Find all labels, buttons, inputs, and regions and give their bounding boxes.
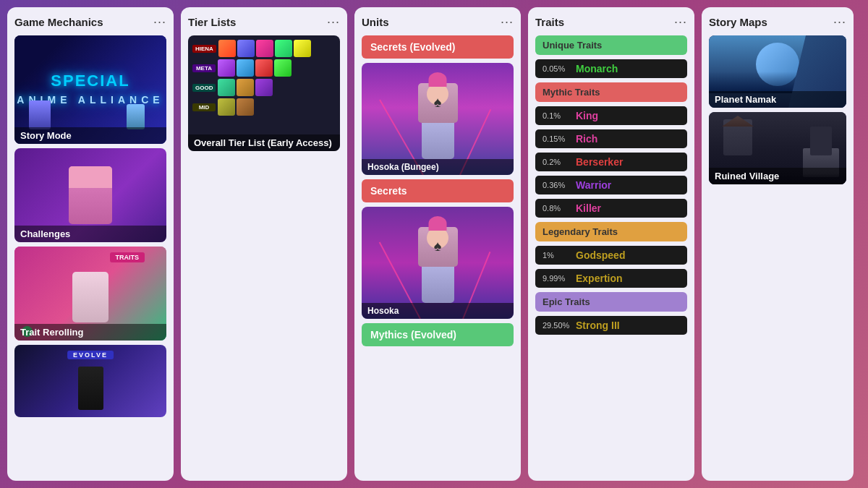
trait-rerolling-label: Trait Rerolling: [14, 324, 166, 341]
overall-tier-list-card[interactable]: HIENA META: [188, 35, 340, 151]
units-header: Units ···: [362, 14, 514, 30]
ruined-village-label: Ruined Village: [709, 168, 846, 184]
berserker-trait[interactable]: 0.2% Berserker: [535, 153, 687, 171]
warrior-trait[interactable]: 0.36% Warrior: [535, 176, 687, 194]
expertion-pct: 9.99%: [542, 274, 570, 283]
traits-menu[interactable]: ···: [674, 14, 687, 30]
strong-iii-pct: 29.50%: [542, 321, 570, 330]
game-mechanics-scroll: SPECIALANIME ALLIANCE Story Mode Challen…: [14, 35, 166, 474]
overall-tier-list-label: Overall Tier List (Early Access): [188, 134, 340, 151]
traits-header: Traits ···: [535, 14, 687, 30]
challenges-card[interactable]: Challenges: [14, 148, 166, 242]
king-pct: 0.1%: [542, 111, 570, 120]
hosoka-card[interactable]: ♠ Hosoka: [362, 207, 514, 319]
planet-namak-card[interactable]: Planet Namak: [709, 35, 846, 108]
epic-traits-header: Epic Traits: [535, 292, 687, 312]
hosoka-bungee-card[interactable]: ♠ Hosoka (Bungee): [362, 63, 514, 175]
planet-namak-label: Planet Namak: [709, 91, 846, 108]
hosoka-name: Hosoka: [362, 303, 514, 319]
berserker-name: Berserker: [576, 156, 623, 168]
strong-iii-trait[interactable]: 29.50% Strong III: [535, 316, 687, 335]
evolve-card[interactable]: EVOLVE: [14, 345, 166, 417]
rich-trait[interactable]: 0.15% Rich: [535, 129, 687, 148]
story-maps-scroll: Planet Namak Ruined Village: [709, 35, 846, 474]
monarch-trait[interactable]: 0.05% Monarch: [535, 59, 687, 78]
tier-lists-scroll: HIENA META: [188, 35, 340, 474]
story-maps-header: Story Maps ···: [709, 14, 846, 30]
story-maps-title: Story Maps: [709, 16, 767, 28]
units-panel: Units ··· Secrets (Evolved): [354, 7, 521, 481]
killer-name: Killer: [576, 202, 601, 214]
traits-scroll: Unique Traits 0.05% Monarch Mythic Trait…: [535, 35, 687, 474]
game-mechanics-header: Game Mechanics ···: [14, 14, 166, 30]
units-scroll: Secrets (Evolved) ♠: [362, 35, 514, 474]
expertion-name: Expertion: [576, 273, 623, 284]
rich-name: Rich: [576, 133, 597, 145]
challenges-label: Challenges: [14, 226, 166, 242]
units-menu[interactable]: ···: [501, 14, 514, 30]
game-mechanics-menu[interactable]: ···: [153, 14, 166, 30]
story-mode-label: Story Mode: [14, 127, 166, 144]
warrior-pct: 0.36%: [542, 181, 570, 189]
rich-pct: 0.15%: [542, 134, 570, 143]
secrets-label[interactable]: Secrets: [362, 179, 514, 202]
king-trait[interactable]: 0.1% King: [535, 106, 687, 125]
strong-iii-name: Strong III: [576, 320, 620, 331]
story-maps-panel: Story Maps ··· Planet Namak Ruined Villa…: [702, 7, 854, 481]
trait-rerolling-card[interactable]: TRAITS Trait Rerolling: [14, 247, 166, 341]
berserker-pct: 0.2%: [542, 158, 570, 166]
hosoka-bungee-name: Hosoka (Bungee): [362, 159, 514, 175]
traits-title: Traits: [535, 16, 564, 28]
godspeed-trait[interactable]: 1% Godspeed: [535, 246, 687, 265]
story-maps-menu[interactable]: ···: [833, 14, 846, 30]
killer-pct: 0.8%: [542, 204, 570, 213]
warrior-name: Warrior: [576, 179, 611, 191]
secrets-evolved-label[interactable]: Secrets (Evolved): [362, 35, 514, 59]
ruined-village-card[interactable]: Ruined Village: [709, 112, 846, 184]
tier-lists-menu[interactable]: ···: [327, 14, 340, 30]
mythics-evolved-label[interactable]: Mythics (Evolved): [362, 323, 514, 346]
godspeed-pct: 1%: [542, 251, 570, 260]
monarch-name: Monarch: [576, 63, 618, 74]
godspeed-name: Godspeed: [576, 249, 625, 261]
king-name: King: [576, 110, 598, 121]
game-mechanics-title: Game Mechanics: [14, 16, 103, 28]
legendary-traits-header: Legendary Traits: [535, 222, 687, 241]
tier-lists-title: Tier Lists: [188, 16, 236, 28]
traits-panel: Traits ··· Unique Traits 0.05% Monarch M…: [528, 7, 694, 481]
killer-trait[interactable]: 0.8% Killer: [535, 199, 687, 218]
tier-lists-panel: Tier Lists ··· HIENA META: [181, 7, 347, 481]
tier-lists-header: Tier Lists ···: [188, 14, 340, 30]
story-mode-card[interactable]: SPECIALANIME ALLIANCE Story Mode: [14, 35, 166, 144]
mythic-traits-header: Mythic Traits: [535, 82, 687, 102]
units-title: Units: [362, 16, 389, 28]
monarch-pct: 0.05%: [542, 64, 570, 73]
game-mechanics-panel: Game Mechanics ··· SPECIALANIME ALLIANCE…: [7, 7, 174, 481]
expertion-trait[interactable]: 9.99% Expertion: [535, 269, 687, 288]
unique-traits-header: Unique Traits: [535, 35, 687, 55]
